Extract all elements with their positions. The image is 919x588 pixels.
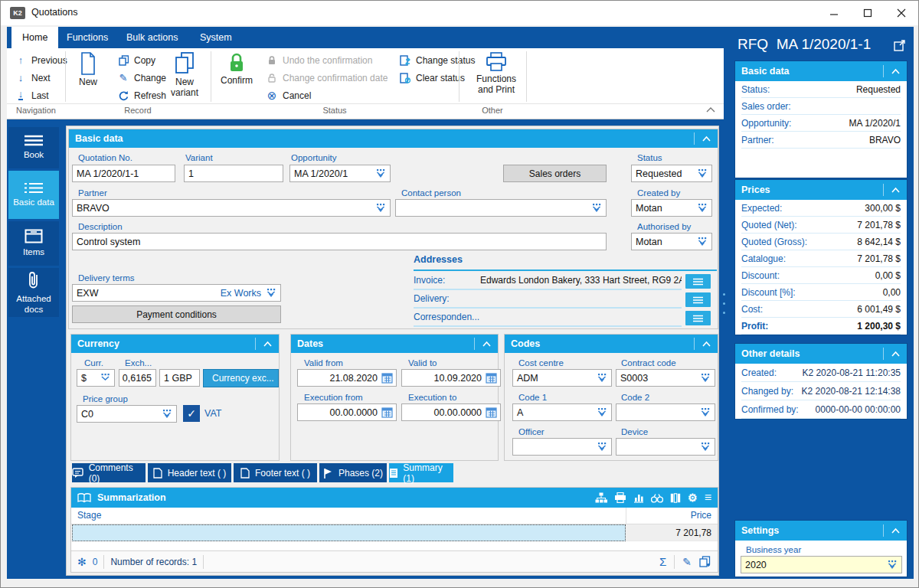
contract-code-dropdown[interactable]: S0003 (616, 369, 715, 387)
exchange-unit-input[interactable]: 1 GBP (159, 369, 200, 387)
ribbon-tab-bulk-actions[interactable]: Bulk actions (116, 27, 188, 48)
currency-dropdown[interactable]: $ (77, 369, 115, 387)
calendar-icon[interactable] (381, 407, 393, 418)
collapse-chevron-icon[interactable] (883, 65, 901, 77)
price-group-dropdown[interactable]: C0 (77, 405, 177, 423)
addresses-title: Addresses (414, 254, 463, 265)
collapse-chevron-icon[interactable] (883, 348, 901, 360)
menu-icon (692, 278, 704, 286)
clear-status-button[interactable]: Clear status (396, 70, 468, 86)
ribbon-tab-system[interactable]: System (189, 27, 243, 48)
tab-comments[interactable]: Comments (0) (72, 463, 146, 482)
valid-to-input[interactable]: 10.09.2020 (401, 369, 501, 387)
calendar-icon[interactable] (381, 372, 393, 384)
tab-footer-text[interactable]: Footer text ( ) (234, 463, 317, 482)
code1-dropdown[interactable]: A (512, 403, 612, 421)
tab-phases[interactable]: Phases (2) (319, 463, 387, 482)
calendar-icon[interactable] (486, 407, 497, 418)
sidebar-item-attached-docs[interactable]: Attached docs (8, 268, 59, 317)
lock-icon (228, 52, 245, 74)
contact-person-dropdown[interactable] (395, 199, 607, 217)
created-by-dropdown[interactable]: Motan (631, 199, 712, 217)
vat-checkbox[interactable]: ✓ (183, 405, 200, 422)
gear-icon[interactable]: ⚙ (688, 492, 698, 504)
correspondence-address-menu-button[interactable] (685, 311, 711, 325)
delivery-address-menu-button[interactable] (685, 292, 711, 307)
partner-dropdown[interactable]: BRAVO (72, 199, 391, 217)
officer-dropdown[interactable] (512, 438, 612, 456)
sidebar-item-book[interactable]: Book (8, 127, 59, 168)
column-stage[interactable]: Stage (77, 510, 101, 521)
new-variant-button[interactable]: New variant (162, 52, 208, 101)
invoice-address-menu-button[interactable] (685, 274, 711, 289)
authorised-by-dropdown[interactable]: Motan (631, 233, 712, 250)
copy-record-button[interactable] (699, 556, 711, 567)
opportunity-dropdown[interactable]: MA 1/2020/1 (289, 165, 391, 182)
sidebar-item-items[interactable]: Items (8, 221, 59, 266)
business-year-dropdown[interactable]: 2020 (741, 556, 902, 573)
valid-from-input[interactable]: 21.08.2020 (297, 369, 397, 387)
execution-from-input[interactable]: 00.00.0000 (297, 403, 397, 421)
variant-input[interactable]: 1 (184, 165, 283, 182)
description-input[interactable]: Control system (72, 233, 607, 250)
copy-button[interactable]: Copy (114, 52, 159, 68)
price-group-label: Price group (83, 394, 128, 403)
ribbon-tab-functions[interactable]: Functions (56, 27, 119, 48)
table-row-selected[interactable] (72, 524, 626, 541)
ribbon-collapse-chevron[interactable] (705, 106, 716, 113)
column-price[interactable]: Price (691, 510, 711, 521)
tab-header-text[interactable]: Header text ( ) (148, 463, 231, 482)
change-status-button[interactable]: Change status (396, 52, 478, 68)
collapse-chevron-icon[interactable] (694, 338, 711, 350)
cost-centre-dropdown[interactable]: ADM (512, 369, 612, 387)
code1-label: Code 1 (518, 393, 547, 402)
collapse-chevron-icon[interactable] (883, 524, 901, 537)
new-button[interactable]: New (67, 52, 110, 101)
quotation-no-input[interactable]: MA 1/2020/1-1 (72, 165, 175, 182)
contract-code-label: Contract code (621, 358, 676, 368)
binoculars-icon[interactable] (651, 493, 663, 503)
last-button[interactable]: ↓Last (11, 87, 52, 103)
close-button[interactable] (885, 1, 918, 24)
previous-button[interactable]: ↑Previous (11, 52, 70, 68)
currency-exchange-button[interactable]: Currency exc... (203, 369, 279, 387)
collapse-chevron-icon[interactable] (883, 184, 901, 196)
minimize-button[interactable] (817, 1, 851, 24)
flag-icon (323, 468, 333, 479)
sitemap-icon[interactable] (595, 492, 607, 503)
ribbon-tab-home[interactable]: Home (11, 27, 58, 48)
maximize-button[interactable] (851, 1, 885, 24)
edit-pencil-button[interactable]: ✎ (682, 556, 692, 568)
table-menu-icon[interactable]: ≡ (705, 491, 711, 505)
tab-summary[interactable]: Summary (1) (389, 463, 453, 482)
open-in-window-icon[interactable] (894, 39, 906, 51)
list-page-icon (389, 468, 397, 479)
chart-icon[interactable] (633, 492, 644, 503)
table-cell-price[interactable]: 7 201,78 (626, 524, 718, 541)
sales-orders-button[interactable]: Sales orders (503, 165, 607, 182)
print-icon[interactable] (614, 492, 626, 503)
device-dropdown[interactable] (616, 438, 715, 456)
cancel-button[interactable]: ⊗Cancel (263, 87, 314, 103)
code2-dropdown[interactable] (616, 403, 715, 421)
collapse-chevron-icon[interactable] (255, 338, 273, 350)
list-icon (24, 182, 44, 194)
authorised-by-label: Authorised by (637, 222, 691, 231)
collapse-chevron-icon[interactable] (474, 338, 492, 350)
panel-splitter[interactable] (723, 293, 725, 314)
collapse-chevron-icon[interactable] (694, 132, 711, 145)
functions-and-print-button[interactable]: Functions and Print (471, 52, 522, 101)
exchange-rate-input[interactable]: 0,6165 (119, 369, 156, 387)
confirm-button[interactable]: Confirm (215, 52, 258, 101)
payment-conditions-button[interactable]: Payment conditions (72, 305, 281, 323)
delivery-terms-dropdown[interactable]: EXW Ex Works (72, 284, 281, 302)
unlock-gray-icon (266, 73, 278, 83)
quotation-no-label: Quotation No. (78, 153, 132, 162)
status-dropdown[interactable]: Requested (631, 165, 712, 182)
columns-icon[interactable] (670, 493, 681, 503)
next-button[interactable]: ↓Next (11, 70, 54, 86)
execution-to-input[interactable]: 00.00.0000 (401, 403, 501, 421)
sum-sigma-button[interactable]: Σ (659, 555, 666, 568)
calendar-icon[interactable] (486, 372, 497, 384)
sidebar-item-basic-data[interactable]: Basic data (8, 171, 59, 219)
